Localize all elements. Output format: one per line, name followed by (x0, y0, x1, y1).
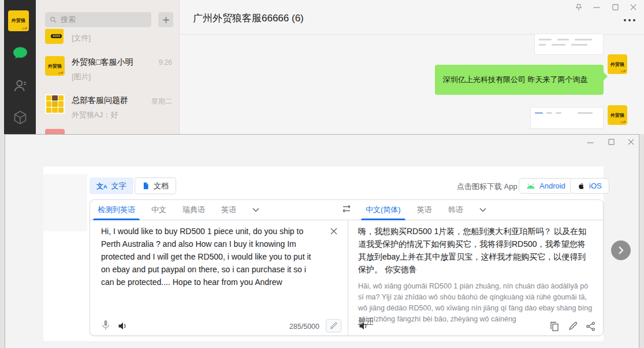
message-image[interactable] (534, 34, 604, 55)
maximize-button[interactable] (612, 4, 619, 10)
target-language-tabs: 中文(简体) 英语 韩语 (366, 199, 486, 220)
edit-source-button[interactable] (326, 319, 341, 332)
message-bubble[interactable]: 深圳亿上光科技有限公司 昨天来了两个询盘 (435, 65, 604, 95)
pinyin-text: Hāi, wǒ xiǎng gòumǎi RD500 1 piàn zhuāng… (358, 281, 594, 325)
page-left-gutter (43, 174, 87, 231)
download-hint: 点击图标下载 App (457, 182, 518, 192)
chat-preview: [文件] (72, 33, 91, 43)
chat-avatar: BOSS (45, 29, 64, 44)
listen-target-icon[interactable] (359, 321, 369, 331)
apple-icon (578, 182, 585, 190)
conversation-title: 广州外贸狼客服66666 (6) (193, 12, 304, 25)
user-avatar[interactable]: 外贸狼 小尹 (8, 10, 29, 31)
ios-label: iOS (589, 182, 602, 190)
chat-avatar: 外贸狼 小尹 (45, 56, 65, 76)
message-avatar[interactable]: 外贸狼 小尹 (608, 105, 627, 125)
tab-document-label: 文档 (154, 181, 169, 191)
avatar-brand-text: 外贸狼 (608, 112, 627, 119)
char-counter: 285/5000 (262, 323, 319, 331)
source-text-area[interactable]: Hi, I would like to buy RD500 1 piece un… (101, 225, 319, 288)
chat-preview: 外贸狼AJ：好 (72, 110, 118, 120)
moments-cube-icon[interactable] (13, 110, 27, 125)
chat-time: 9:26 (159, 58, 172, 66)
document-icon (142, 182, 150, 190)
android-icon (526, 183, 535, 189)
tab-text-label: 文字 (111, 181, 126, 191)
minimize-button[interactable] (593, 6, 600, 9)
message-avatar[interactable]: 外贸狼 小尹 (608, 54, 627, 74)
tab-source-language[interactable]: 瑞典语 (183, 199, 205, 220)
avatar-brand-text: 外贸狼 (608, 61, 627, 68)
translator-close-button[interactable] (627, 138, 635, 146)
chat-time: 星期二 (151, 97, 172, 106)
chat-list-item[interactable]: 外贸狼 小尹 外贸狼□客服小明 9:26 [图片] (36, 52, 179, 90)
clear-text-button[interactable] (329, 227, 338, 236)
message-text: 深圳亿上光科技有限公司 昨天来了两个询盘 (443, 75, 588, 85)
chat-name: 总部客服问题群 (72, 95, 128, 106)
avatar-sub-text: 小尹 (620, 120, 626, 124)
share-icon[interactable] (586, 321, 595, 331)
message-image[interactable] (530, 107, 604, 129)
avatar-sub-text: 小尹 (58, 71, 64, 75)
close-icon (329, 227, 338, 236)
pencil-icon (330, 322, 337, 330)
android-download-button[interactable]: Android (519, 178, 573, 194)
tab-target-language[interactable]: 韩语 (448, 199, 463, 220)
chevron-down-icon (252, 208, 259, 212)
avatar-sub-text: 小尹 (22, 27, 28, 30)
avatar-badge: BOSS (51, 34, 62, 38)
suggest-edit-icon[interactable] (568, 321, 578, 331)
avatar-brand-text: 外贸狼 (8, 17, 29, 24)
translator-maximize-button[interactable] (608, 139, 615, 145)
pane-divider (348, 220, 348, 336)
swap-languages-button[interactable] (341, 204, 352, 213)
chat-list-item[interactable]: BOSS [文件] (36, 25, 179, 51)
translated-text: 嗨，我想购买RD500 1片装，您船到澳大利亚珀斯吗？ 以及在知道我受保护的情况… (358, 225, 590, 276)
translator-minimize-button[interactable] (587, 142, 594, 144)
translate-icon: 文A (96, 183, 107, 190)
source-more-languages[interactable] (252, 199, 259, 220)
chat-list-item[interactable]: 总部客服问题群 星期二 外贸狼AJ：好 (36, 90, 179, 128)
plus-icon (162, 16, 170, 24)
tab-target-language[interactable]: 中文(简体) (366, 199, 401, 220)
chat-name: 外贸狼□客服小明 (72, 57, 133, 68)
more-menu-icon[interactable] (624, 19, 635, 21)
listen-source-icon[interactable] (118, 321, 128, 331)
microphone-icon[interactable] (102, 320, 110, 331)
target-more-languages[interactable] (479, 199, 486, 220)
search-placeholder: 搜索 (61, 14, 76, 25)
chats-icon[interactable] (12, 46, 28, 60)
chevron-down-icon (479, 208, 486, 212)
pin-icon[interactable] (574, 3, 583, 12)
search-icon (50, 16, 57, 24)
source-language-tabs: 检测到英语 中文 瑞典语 英语 (98, 199, 259, 220)
copy-icon[interactable] (550, 321, 559, 332)
tab-detected-language[interactable]: 检测到英语 (98, 199, 135, 220)
tab-source-language[interactable]: 中文 (151, 199, 166, 220)
swap-arrows-icon (341, 204, 352, 213)
tab-document-mode[interactable]: 文档 (135, 177, 176, 194)
tab-source-language[interactable]: 英语 (221, 199, 236, 220)
close-button[interactable] (630, 3, 637, 11)
next-page-button[interactable] (611, 240, 631, 260)
avatar-brand-text: 外贸狼 (45, 63, 65, 69)
avatar-sub-text: 小尹 (620, 69, 626, 73)
chat-preview: [图片] (72, 72, 91, 82)
ios-download-button[interactable]: iOS (570, 178, 609, 194)
screen: 外贸狼 小尹 搜索 BOSS [文件] 外贸狼 小尹 (0, 0, 644, 348)
group-avatar (45, 94, 65, 114)
chevron-right-icon (618, 246, 624, 255)
tab-target-language[interactable]: 英语 (417, 199, 432, 220)
android-label: Android (539, 182, 565, 190)
tab-text-mode[interactable]: 文A 文字 (90, 177, 133, 194)
contacts-icon[interactable] (13, 79, 27, 93)
